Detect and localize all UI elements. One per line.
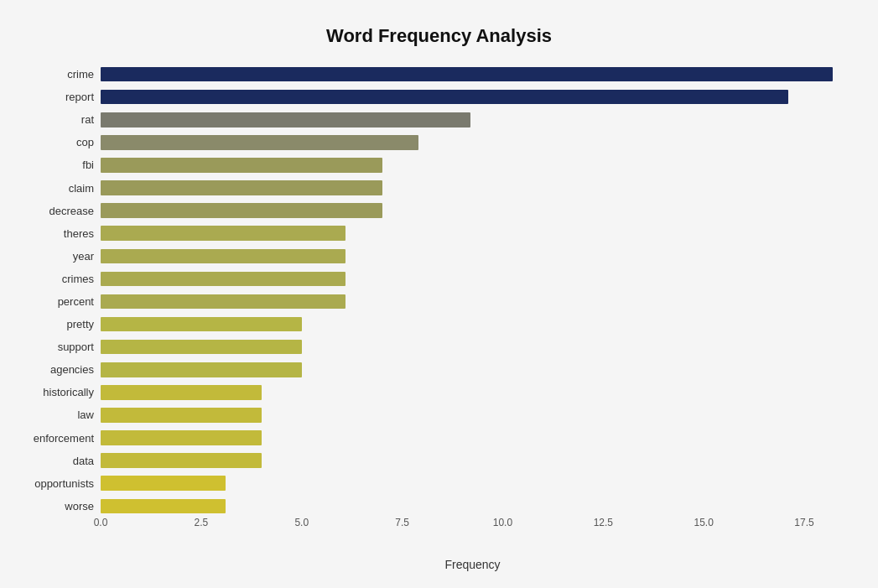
bar-label: crimes [4, 273, 101, 285]
bar-label: report [4, 91, 101, 103]
bar-track [101, 428, 844, 449]
bar-track [101, 450, 844, 471]
bar-track [101, 336, 844, 357]
bar-row: cop [101, 132, 844, 153]
bar-label: law [4, 408, 101, 421]
x-tick: 12.5 [594, 517, 613, 528]
bar [101, 67, 833, 82]
bar [101, 135, 418, 150]
bar-label: rat [4, 113, 101, 126]
x-tick: 17.5 [794, 517, 813, 528]
bar-row: data [101, 450, 844, 471]
bar-label: enforcement [4, 432, 101, 445]
chart-area: crimereportratcopfbiclaimdecreasetheresy… [101, 64, 844, 542]
bar-row: agencies [101, 359, 844, 380]
bar [101, 249, 345, 264]
bar-row: crime [101, 64, 844, 85]
bar [101, 180, 382, 195]
bar-track [101, 473, 844, 494]
x-tick: 7.5 [395, 517, 409, 528]
bar-row: year [101, 246, 844, 267]
bar-row: rat [101, 109, 844, 130]
bar-track [101, 86, 844, 107]
bar-label: fbi [4, 159, 101, 171]
bar-track [101, 109, 844, 130]
bar-track [101, 404, 844, 425]
bar-label: support [4, 341, 101, 353]
bar-track [101, 382, 844, 403]
bar-track [101, 359, 844, 380]
bar-track [101, 200, 844, 221]
bar-row: historically [101, 382, 844, 403]
bar-row: claim [101, 177, 844, 198]
bar [101, 203, 382, 218]
bar-label: theres [4, 227, 101, 240]
bar [101, 340, 302, 355]
bar [101, 476, 226, 491]
bar-row: crimes [101, 268, 844, 289]
bar-row: opportunists [101, 473, 844, 494]
bar [101, 362, 302, 377]
bar-row: pretty [101, 314, 844, 335]
bar-row: decrease [101, 200, 844, 221]
bar-track [101, 246, 844, 267]
bar-track [101, 64, 844, 85]
bar-row: law [101, 404, 844, 425]
bar-label: claim [4, 182, 101, 195]
bar [101, 158, 382, 173]
bar-label: year [4, 250, 101, 263]
x-tick: 5.0 [294, 517, 309, 528]
bar-track [101, 154, 844, 175]
bar [101, 226, 345, 241]
bar-row: percent [101, 291, 844, 312]
bar-track [101, 132, 844, 153]
x-axis-label: Frequency [444, 558, 500, 571]
bar [101, 499, 226, 514]
bar-row: enforcement [101, 428, 844, 449]
bar [101, 408, 262, 423]
bar-label: data [4, 455, 101, 467]
bar-label: cop [4, 136, 101, 148]
bar-track [101, 177, 844, 198]
bar [101, 90, 788, 105]
bar-row: worse [101, 496, 844, 517]
bar-row: theres [101, 223, 844, 244]
bar-track [101, 496, 844, 517]
bar-row: support [101, 336, 844, 357]
bar-label: decrease [4, 205, 101, 217]
bars-wrapper: crimereportratcopfbiclaimdecreasetheresy… [101, 64, 844, 517]
bar-label: crime [4, 68, 101, 81]
bar-label: percent [4, 295, 101, 308]
bar-label: historically [4, 386, 101, 398]
x-tick: 15.0 [694, 517, 714, 528]
bar-label: worse [4, 500, 101, 513]
bar-row: report [101, 86, 844, 107]
x-tick: 2.5 [195, 517, 209, 528]
bar-label: pretty [4, 318, 101, 330]
x-tick: 0.0 [94, 517, 108, 528]
bar-label: agencies [4, 363, 101, 376]
bar [101, 112, 470, 127]
chart-container: Word Frequency Analysis crimereportratco… [0, 0, 878, 588]
bar-track [101, 314, 844, 335]
bar-track [101, 291, 844, 312]
bar-row: fbi [101, 154, 844, 175]
chart-title: Word Frequency Analysis [34, 25, 844, 47]
x-axis: Frequency 0.02.55.07.510.012.515.017.5 [101, 517, 844, 542]
bar [101, 272, 345, 287]
bar [101, 317, 302, 332]
bar-label: opportunists [4, 477, 101, 490]
bar [101, 294, 345, 310]
bar [101, 385, 262, 400]
bar [101, 453, 262, 468]
x-tick: 10.0 [493, 517, 512, 528]
bar [101, 430, 262, 445]
bar-track [101, 223, 844, 244]
bar-track [101, 268, 844, 289]
